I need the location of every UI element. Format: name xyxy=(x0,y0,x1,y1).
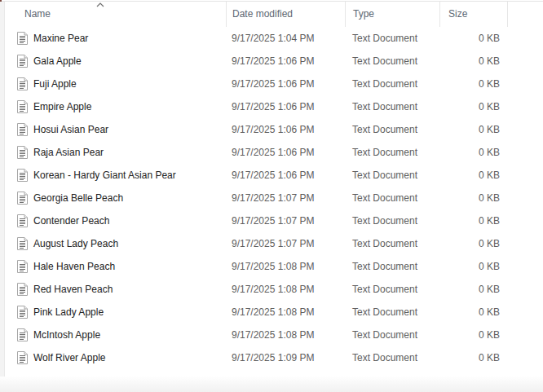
column-header-name-label: Name xyxy=(24,8,51,20)
text-document-icon xyxy=(17,328,28,341)
file-size: 0 KB xyxy=(439,101,507,112)
file-row[interactable]: Contender Peach 9/17/2025 1:07 PM Text D… xyxy=(0,209,543,232)
file-date-modified: 9/17/2025 1:06 PM xyxy=(226,147,345,158)
file-size: 0 KB xyxy=(439,238,507,249)
file-row[interactable]: Red Haven Peach 9/17/2025 1:08 PM Text D… xyxy=(0,278,543,301)
file-date-modified: 9/17/2025 1:08 PM xyxy=(226,284,345,295)
text-document-icon xyxy=(17,32,28,45)
file-date-modified: 9/17/2025 1:08 PM xyxy=(226,329,345,341)
file-name-cell: Gala Apple xyxy=(0,55,226,68)
file-type: Text Document xyxy=(345,78,439,90)
text-document-icon xyxy=(17,192,28,205)
file-size: 0 KB xyxy=(439,124,507,135)
file-size: 0 KB xyxy=(439,192,507,204)
file-row[interactable]: Georgia Belle Peach 9/17/2025 1:07 PM Te… xyxy=(0,187,543,209)
file-type: Text Document xyxy=(345,215,439,227)
file-type: Text Document xyxy=(345,55,439,67)
file-type: Text Document xyxy=(345,238,439,249)
file-date-modified: 9/17/2025 1:08 PM xyxy=(226,261,345,272)
file-size: 0 KB xyxy=(439,55,507,67)
bottom-scroll-area xyxy=(0,377,543,392)
text-document-icon xyxy=(17,146,28,159)
file-name: August Lady Peach xyxy=(33,238,118,249)
file-size: 0 KB xyxy=(439,215,507,227)
file-name: Fuji Apple xyxy=(33,78,77,90)
file-size: 0 KB xyxy=(439,329,507,341)
file-type: Text Document xyxy=(345,284,439,295)
file-row[interactable]: August Lady Peach 9/17/2025 1:07 PM Text… xyxy=(0,232,543,255)
file-type: Text Document xyxy=(345,147,439,158)
column-header-type[interactable]: Type xyxy=(345,2,439,27)
file-name-cell: Wolf River Apple xyxy=(0,351,226,364)
file-row[interactable]: Korean - Hardy Giant Asian Pear 9/17/202… xyxy=(0,164,543,187)
file-date-modified: 9/17/2025 1:07 PM xyxy=(226,192,345,204)
file-type: Text Document xyxy=(345,101,439,112)
text-document-icon xyxy=(17,306,28,319)
file-name: Pink Lady Apple xyxy=(33,306,104,318)
file-name: Red Haven Peach xyxy=(33,284,113,295)
column-header-date-modified[interactable]: Date modified xyxy=(226,2,345,27)
file-size: 0 KB xyxy=(439,78,507,90)
text-document-icon xyxy=(17,123,28,136)
file-row[interactable]: Maxine Pear 9/17/2025 1:04 PM Text Docum… xyxy=(0,27,543,50)
file-date-modified: 9/17/2025 1:09 PM xyxy=(226,352,345,363)
column-header-row: Name Date modified Type Size xyxy=(0,2,543,27)
file-row[interactable]: Hale Haven Peach 9/17/2025 1:08 PM Text … xyxy=(0,255,543,278)
file-name: Korean - Hardy Giant Asian Pear xyxy=(33,170,176,181)
file-name: Hosui Asian Pear xyxy=(33,124,108,135)
file-size: 0 KB xyxy=(439,261,507,272)
file-row[interactable]: Fuji Apple 9/17/2025 1:06 PM Text Docume… xyxy=(0,73,543,95)
column-header-size-label: Size xyxy=(448,8,467,20)
file-size: 0 KB xyxy=(439,33,507,44)
file-list: Maxine Pear 9/17/2025 1:04 PM Text Docum… xyxy=(0,27,543,369)
file-date-modified: 9/17/2025 1:06 PM xyxy=(226,55,345,67)
file-date-modified: 9/17/2025 1:06 PM xyxy=(226,101,345,112)
file-date-modified: 9/17/2025 1:06 PM xyxy=(226,124,345,135)
file-type: Text Document xyxy=(345,170,439,181)
column-header-name[interactable]: Name xyxy=(0,2,226,27)
file-name-cell: McIntosh Apple xyxy=(0,328,226,341)
file-name: Hale Haven Peach xyxy=(33,261,115,272)
file-row[interactable]: McIntosh Apple 9/17/2025 1:08 PM Text Do… xyxy=(0,324,543,346)
text-document-icon xyxy=(17,55,28,68)
file-row[interactable]: Raja Asian Pear 9/17/2025 1:06 PM Text D… xyxy=(0,141,543,164)
file-name-cell: Empire Apple xyxy=(0,100,226,113)
text-document-icon xyxy=(17,260,28,273)
file-name-cell: Pink Lady Apple xyxy=(0,306,226,319)
file-row[interactable]: Pink Lady Apple 9/17/2025 1:08 PM Text D… xyxy=(0,301,543,324)
file-explorer-details-view: Name Date modified Type Size Maxine Pear… xyxy=(0,0,543,392)
file-name-cell: Maxine Pear xyxy=(0,32,226,45)
file-size: 0 KB xyxy=(439,170,507,181)
file-row[interactable]: Hosui Asian Pear 9/17/2025 1:06 PM Text … xyxy=(0,118,543,141)
file-row[interactable]: Empire Apple 9/17/2025 1:06 PM Text Docu… xyxy=(0,95,543,118)
file-name: Raja Asian Pear xyxy=(33,147,104,158)
file-row[interactable]: Wolf River Apple 9/17/2025 1:09 PM Text … xyxy=(0,346,543,369)
file-type: Text Document xyxy=(345,306,439,318)
file-name: Wolf River Apple xyxy=(33,352,105,363)
file-name-cell: Contender Peach xyxy=(0,214,226,227)
file-date-modified: 9/17/2025 1:07 PM xyxy=(226,238,345,249)
file-size: 0 KB xyxy=(439,147,507,158)
file-name: Georgia Belle Peach xyxy=(33,192,123,204)
column-header-date-label: Date modified xyxy=(232,8,293,20)
file-size: 0 KB xyxy=(439,306,507,318)
file-name: Contender Peach xyxy=(33,215,109,227)
file-type: Text Document xyxy=(345,329,439,341)
file-row[interactable]: Gala Apple 9/17/2025 1:06 PM Text Docume… xyxy=(0,50,543,73)
file-size: 0 KB xyxy=(439,352,507,363)
file-name-cell: Red Haven Peach xyxy=(0,283,226,296)
text-document-icon xyxy=(17,351,28,364)
file-date-modified: 9/17/2025 1:06 PM xyxy=(226,170,345,181)
file-type: Text Document xyxy=(345,352,439,363)
file-name: McIntosh Apple xyxy=(33,329,100,341)
file-name-cell: Fuji Apple xyxy=(0,77,226,90)
file-name-cell: Korean - Hardy Giant Asian Pear xyxy=(0,169,226,182)
file-name-cell: Hosui Asian Pear xyxy=(0,123,226,136)
text-document-icon xyxy=(17,169,28,182)
file-name-cell: August Lady Peach xyxy=(0,237,226,250)
text-document-icon xyxy=(17,214,28,227)
text-document-icon xyxy=(17,237,28,250)
file-type: Text Document xyxy=(345,192,439,204)
file-name-cell: Georgia Belle Peach xyxy=(0,192,226,205)
column-header-size[interactable]: Size xyxy=(439,2,507,27)
